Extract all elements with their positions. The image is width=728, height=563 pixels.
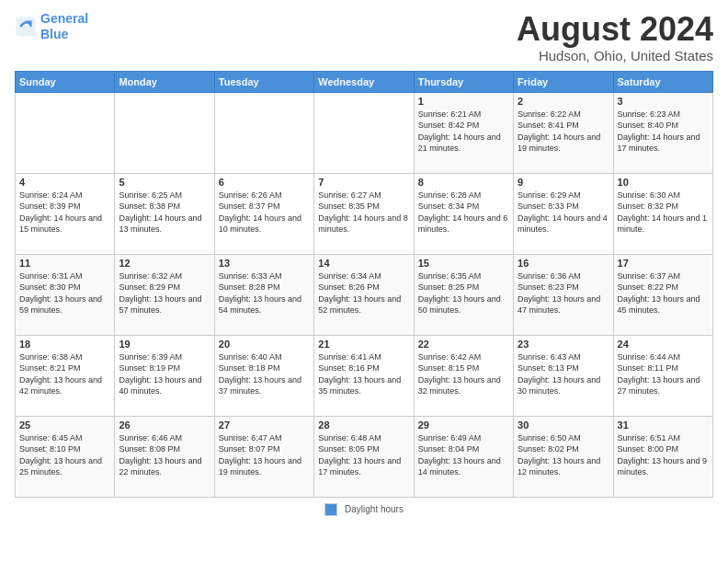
calendar-cell: 31 Sunrise: 6:51 AM Sunset: 8:00 PM Dayl… xyxy=(613,416,712,497)
cell-details: Sunrise: 6:21 AM Sunset: 8:42 PM Dayligh… xyxy=(418,109,509,155)
calendar-cell: 30 Sunrise: 6:50 AM Sunset: 8:02 PM Dayl… xyxy=(514,416,613,497)
day-number: 20 xyxy=(219,339,310,350)
calendar-cell xyxy=(314,92,414,173)
calendar-cell: 19 Sunrise: 6:39 AM Sunset: 8:19 PM Dayl… xyxy=(115,335,214,416)
logo-text: General Blue xyxy=(40,11,88,42)
cell-details: Sunrise: 6:26 AM Sunset: 8:37 PM Dayligh… xyxy=(219,190,310,236)
day-number: 9 xyxy=(518,177,609,188)
calendar-cell: 21 Sunrise: 6:41 AM Sunset: 8:16 PM Dayl… xyxy=(314,335,414,416)
day-number: 25 xyxy=(19,419,110,431)
cell-details: Sunrise: 6:25 AM Sunset: 8:38 PM Dayligh… xyxy=(119,190,210,236)
cell-details: Sunrise: 6:24 AM Sunset: 8:39 PM Dayligh… xyxy=(19,190,110,236)
calendar-table: Sunday Monday Tuesday Wednesday Thursday… xyxy=(15,71,713,498)
header-saturday: Saturday xyxy=(613,71,712,92)
cell-details: Sunrise: 6:29 AM Sunset: 8:33 PM Dayligh… xyxy=(518,190,609,236)
cell-details: Sunrise: 6:39 AM Sunset: 8:19 PM Dayligh… xyxy=(119,351,210,397)
calendar-cell: 22 Sunrise: 6:42 AM Sunset: 8:15 PM Dayl… xyxy=(414,335,513,416)
calendar-header: Sunday Monday Tuesday Wednesday Thursday… xyxy=(16,71,713,92)
calendar-cell: 16 Sunrise: 6:36 AM Sunset: 8:23 PM Dayl… xyxy=(514,254,613,335)
header: General Blue August 2024 Hudson, Ohio, U… xyxy=(15,11,713,63)
calendar-week-row: 18 Sunrise: 6:38 AM Sunset: 8:21 PM Dayl… xyxy=(16,335,713,416)
calendar-cell: 18 Sunrise: 6:38 AM Sunset: 8:21 PM Dayl… xyxy=(16,335,115,416)
calendar-cell: 27 Sunrise: 6:47 AM Sunset: 8:07 PM Dayl… xyxy=(214,416,313,497)
day-number: 13 xyxy=(219,258,310,269)
logo-icon xyxy=(15,16,37,38)
calendar-cell: 23 Sunrise: 6:43 AM Sunset: 8:13 PM Dayl… xyxy=(514,335,613,416)
day-number: 16 xyxy=(518,258,609,269)
cell-details: Sunrise: 6:27 AM Sunset: 8:35 PM Dayligh… xyxy=(318,190,409,236)
header-friday: Friday xyxy=(514,71,613,92)
day-number: 1 xyxy=(418,96,509,107)
calendar-cell: 7 Sunrise: 6:27 AM Sunset: 8:35 PM Dayli… xyxy=(314,173,414,254)
month-title: August 2024 xyxy=(517,11,713,48)
cell-details: Sunrise: 6:42 AM Sunset: 8:15 PM Dayligh… xyxy=(418,351,509,397)
cell-details: Sunrise: 6:43 AM Sunset: 8:13 PM Dayligh… xyxy=(518,351,609,397)
day-number: 17 xyxy=(618,258,709,269)
day-number: 30 xyxy=(518,419,609,431)
day-number: 29 xyxy=(418,419,509,431)
cell-details: Sunrise: 6:41 AM Sunset: 8:16 PM Dayligh… xyxy=(318,351,409,397)
day-number: 8 xyxy=(418,177,509,188)
day-number: 10 xyxy=(618,177,709,188)
cell-details: Sunrise: 6:23 AM Sunset: 8:40 PM Dayligh… xyxy=(618,109,709,155)
calendar-cell: 2 Sunrise: 6:22 AM Sunset: 8:41 PM Dayli… xyxy=(514,92,613,173)
calendar-body: 1 Sunrise: 6:21 AM Sunset: 8:42 PM Dayli… xyxy=(16,92,713,497)
calendar-cell: 8 Sunrise: 6:28 AM Sunset: 8:34 PM Dayli… xyxy=(414,173,513,254)
header-tuesday: Tuesday xyxy=(214,71,313,92)
calendar-week-row: 11 Sunrise: 6:31 AM Sunset: 8:30 PM Dayl… xyxy=(16,254,713,335)
header-sunday: Sunday xyxy=(16,71,115,92)
calendar-cell: 28 Sunrise: 6:48 AM Sunset: 8:05 PM Dayl… xyxy=(314,416,414,497)
page: General Blue August 2024 Hudson, Ohio, U… xyxy=(0,0,728,563)
calendar-cell: 9 Sunrise: 6:29 AM Sunset: 8:33 PM Dayli… xyxy=(514,173,613,254)
title-block: August 2024 Hudson, Ohio, United States xyxy=(517,11,713,63)
header-wednesday: Wednesday xyxy=(314,71,414,92)
calendar-cell: 6 Sunrise: 6:26 AM Sunset: 8:37 PM Dayli… xyxy=(214,173,313,254)
cell-details: Sunrise: 6:44 AM Sunset: 8:11 PM Dayligh… xyxy=(618,351,709,397)
day-number: 6 xyxy=(219,177,310,188)
calendar-cell: 17 Sunrise: 6:37 AM Sunset: 8:22 PM Dayl… xyxy=(613,254,712,335)
cell-details: Sunrise: 6:33 AM Sunset: 8:28 PM Dayligh… xyxy=(219,270,310,316)
footer: Daylight hours xyxy=(15,503,713,516)
day-number: 11 xyxy=(19,258,110,269)
calendar-cell: 13 Sunrise: 6:33 AM Sunset: 8:28 PM Dayl… xyxy=(214,254,313,335)
calendar-cell: 5 Sunrise: 6:25 AM Sunset: 8:38 PM Dayli… xyxy=(115,173,214,254)
cell-details: Sunrise: 6:22 AM Sunset: 8:41 PM Dayligh… xyxy=(518,109,609,155)
calendar-cell: 4 Sunrise: 6:24 AM Sunset: 8:39 PM Dayli… xyxy=(16,173,115,254)
calendar-cell: 10 Sunrise: 6:30 AM Sunset: 8:32 PM Dayl… xyxy=(613,173,712,254)
calendar-cell xyxy=(214,92,313,173)
header-monday: Monday xyxy=(115,71,214,92)
day-number: 31 xyxy=(618,419,709,431)
day-number: 26 xyxy=(119,419,210,431)
cell-details: Sunrise: 6:37 AM Sunset: 8:22 PM Dayligh… xyxy=(618,270,709,316)
cell-details: Sunrise: 6:47 AM Sunset: 8:07 PM Dayligh… xyxy=(219,432,310,478)
day-number: 5 xyxy=(119,177,210,188)
cell-details: Sunrise: 6:40 AM Sunset: 8:18 PM Dayligh… xyxy=(219,351,310,397)
cell-details: Sunrise: 6:36 AM Sunset: 8:23 PM Dayligh… xyxy=(518,270,609,316)
day-number: 21 xyxy=(318,339,409,350)
cell-details: Sunrise: 6:38 AM Sunset: 8:21 PM Dayligh… xyxy=(19,351,110,397)
legend-label: Daylight hours xyxy=(345,504,404,514)
location: Hudson, Ohio, United States xyxy=(517,48,713,63)
calendar-cell: 15 Sunrise: 6:35 AM Sunset: 8:25 PM Dayl… xyxy=(414,254,513,335)
logo-general: General xyxy=(40,11,88,26)
cell-details: Sunrise: 6:31 AM Sunset: 8:30 PM Dayligh… xyxy=(19,270,110,316)
calendar-cell: 1 Sunrise: 6:21 AM Sunset: 8:42 PM Dayli… xyxy=(414,92,513,173)
day-number: 4 xyxy=(19,177,110,188)
calendar-cell: 20 Sunrise: 6:40 AM Sunset: 8:18 PM Dayl… xyxy=(214,335,313,416)
day-number: 15 xyxy=(418,258,509,269)
day-number: 24 xyxy=(618,339,709,350)
day-number: 27 xyxy=(219,419,310,431)
cell-details: Sunrise: 6:48 AM Sunset: 8:05 PM Dayligh… xyxy=(318,432,409,478)
day-number: 23 xyxy=(518,339,609,350)
weekday-header-row: Sunday Monday Tuesday Wednesday Thursday… xyxy=(16,71,713,92)
calendar-cell: 26 Sunrise: 6:46 AM Sunset: 8:08 PM Dayl… xyxy=(115,416,214,497)
day-number: 28 xyxy=(318,419,409,431)
cell-details: Sunrise: 6:51 AM Sunset: 8:00 PM Dayligh… xyxy=(618,432,709,478)
logo-blue: Blue xyxy=(40,27,68,41)
calendar-cell: 14 Sunrise: 6:34 AM Sunset: 8:26 PM Dayl… xyxy=(314,254,414,335)
calendar-cell: 12 Sunrise: 6:32 AM Sunset: 8:29 PM Dayl… xyxy=(115,254,214,335)
calendar-cell xyxy=(115,92,214,173)
calendar-cell xyxy=(16,92,115,173)
cell-details: Sunrise: 6:49 AM Sunset: 8:04 PM Dayligh… xyxy=(418,432,509,478)
day-number: 2 xyxy=(518,96,609,107)
